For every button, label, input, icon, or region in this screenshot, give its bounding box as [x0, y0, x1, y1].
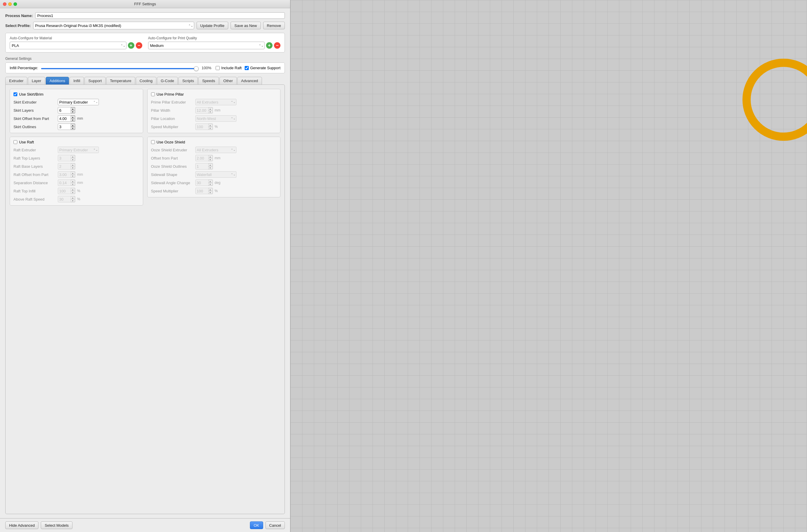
update-profile-button[interactable]: Update Profile — [196, 22, 228, 29]
infill-slider[interactable] — [41, 68, 199, 69]
sidewall-shape-select[interactable]: Waterfall — [195, 171, 237, 178]
generate-support-checkbox-label[interactable]: Generate Support — [245, 66, 280, 70]
tab-advanced[interactable]: Advanced — [237, 77, 262, 84]
raft-top-infill-input[interactable] — [58, 188, 75, 194]
ooze-outlines-up-button[interactable]: ▲ — [208, 163, 212, 166]
skirt-layers-spinner-buttons: ▲ ▼ — [71, 107, 75, 113]
raft-separation-label: Separation Distance — [14, 180, 56, 185]
skirt-layers-up-button[interactable]: ▲ — [71, 107, 75, 110]
use-prime-pillar-checkbox[interactable] — [151, 92, 155, 96]
use-skirt-brim-checkbox[interactable] — [14, 92, 17, 96]
pillar-location-row: Pillar Location North-West ⌃⌄ — [151, 115, 277, 122]
skirt-extruder-select-wrap: Primary Extruder ⌃⌄ — [58, 99, 99, 105]
tab-speeds[interactable]: Speeds — [198, 77, 219, 84]
above-raft-speed-down-button[interactable]: ▼ — [71, 199, 75, 202]
pillar-location-select[interactable]: North-West — [195, 115, 237, 122]
remove-button[interactable]: Remove — [263, 22, 285, 29]
pillar-width-down-button[interactable]: ▼ — [208, 110, 212, 113]
sidewall-angle-input[interactable] — [195, 179, 213, 186]
prime-pillar-speed-up-button[interactable]: ▲ — [208, 124, 212, 127]
prime-pillar-speed-down-button[interactable]: ▼ — [208, 127, 212, 130]
raft-separation-down-button[interactable]: ▼ — [71, 183, 75, 186]
raft-top-infill-label: Raft Top Infill — [14, 189, 56, 193]
ooze-offset-input[interactable] — [195, 155, 213, 161]
ooze-outlines-down-button[interactable]: ▼ — [208, 166, 212, 169]
tab-cooling[interactable]: Cooling — [136, 77, 156, 84]
ooze-speed-up-button[interactable]: ▲ — [208, 188, 212, 191]
raft-separation-input[interactable] — [58, 179, 75, 186]
include-raft-checkbox-label[interactable]: Include Raft — [215, 66, 241, 70]
raft-separation-up-button[interactable]: ▲ — [71, 180, 75, 183]
use-raft-checkbox[interactable] — [14, 140, 17, 144]
skirt-offset-down-button[interactable]: ▼ — [71, 118, 75, 121]
tab-additions[interactable]: Additions — [46, 77, 69, 84]
tab-gcode[interactable]: G-Code — [157, 77, 178, 84]
skirt-offset-up-button[interactable]: ▲ — [71, 116, 75, 118]
process-name-row: Process Name: — [5, 12, 285, 19]
ok-button[interactable]: OK — [250, 521, 263, 529]
tab-temperature[interactable]: Temperature — [106, 77, 135, 84]
minimize-button[interactable] — [8, 2, 12, 6]
skirt-outlines-up-button[interactable]: ▲ — [71, 124, 75, 127]
raft-extruder-select[interactable]: Primary Extruder — [58, 147, 99, 153]
maximize-button[interactable] — [14, 2, 17, 6]
raft-offset-input[interactable] — [58, 171, 75, 178]
ooze-offset-up-button[interactable]: ▲ — [208, 155, 212, 158]
raft-base-layers-up-button[interactable]: ▲ — [71, 163, 75, 166]
ooze-speed-input[interactable] — [195, 188, 213, 194]
raft-top-layers-input[interactable] — [58, 155, 75, 161]
ooze-outlines-input[interactable] — [195, 163, 213, 170]
raft-top-infill-up-button[interactable]: ▲ — [71, 188, 75, 191]
skirt-extruder-select[interactable]: Primary Extruder — [58, 99, 99, 105]
prime-pillar-speed-input[interactable] — [195, 124, 213, 130]
ooze-speed-down-button[interactable]: ▼ — [208, 191, 212, 194]
sidewall-angle-up-button[interactable]: ▲ — [208, 180, 212, 183]
hide-advanced-button[interactable]: Hide Advanced — [5, 521, 38, 529]
skirt-layers-down-button[interactable]: ▼ — [71, 110, 75, 113]
raft-offset-up-button[interactable]: ▲ — [71, 172, 75, 174]
above-raft-speed-input[interactable] — [58, 196, 75, 202]
generate-support-checkbox[interactable] — [245, 66, 249, 70]
material-add-button[interactable]: + — [128, 42, 134, 49]
process-name-input[interactable] — [35, 12, 285, 19]
close-button[interactable] — [3, 2, 6, 6]
pillar-width-input[interactable] — [195, 107, 213, 114]
raft-top-layers-up-button[interactable]: ▲ — [71, 155, 75, 158]
window-title: FFF Settings — [134, 2, 156, 6]
prime-pillar-extruder-row: Prime Pillar Extruder All Extruders ⌃⌄ — [151, 99, 277, 105]
use-ooze-shield-checkbox[interactable] — [151, 140, 155, 144]
tab-support[interactable]: Support — [85, 77, 106, 84]
tab-layer[interactable]: Layer — [28, 77, 45, 84]
profile-select[interactable]: Prusa Research Original Prusa i3 MK3S (m… — [33, 22, 194, 29]
above-raft-speed-up-button[interactable]: ▲ — [71, 196, 75, 199]
sidewall-angle-down-button[interactable]: ▼ — [208, 183, 212, 186]
prime-pillar-extruder-select[interactable]: All Extruders — [195, 99, 237, 105]
skirt-outlines-label: Skirt Outlines — [14, 125, 56, 129]
material-select[interactable]: PLA — [10, 42, 127, 49]
material-remove-button[interactable]: − — [136, 42, 142, 49]
cancel-button[interactable]: Cancel — [265, 521, 285, 529]
save-as-new-button[interactable]: Save as New — [230, 22, 261, 29]
select-models-button[interactable]: Select Models — [41, 521, 73, 529]
ooze-offset-down-button[interactable]: ▼ — [208, 158, 212, 161]
prime-pillar-speed-spinner: ▲ ▼ — [195, 124, 213, 130]
quality-remove-button[interactable]: − — [274, 42, 280, 49]
skirt-outlines-down-button[interactable]: ▼ — [71, 127, 75, 130]
quality-add-button[interactable]: + — [266, 42, 273, 49]
tab-infill[interactable]: Infill — [70, 77, 84, 84]
raft-base-layers-down-button[interactable]: ▼ — [71, 166, 75, 169]
quality-select[interactable]: Medium — [148, 42, 265, 49]
ooze-extruder-label: Ooze Shield Extruder — [151, 148, 194, 152]
raft-header: Use Raft — [14, 140, 139, 144]
tab-extruder[interactable]: Extruder — [5, 77, 27, 84]
raft-base-layers-input[interactable] — [58, 163, 75, 170]
raft-offset-down-button[interactable]: ▼ — [71, 174, 75, 177]
auto-configure-section: Auto-Configure for Material PLA ⌃⌄ + − A — [5, 33, 285, 53]
tab-scripts[interactable]: Scripts — [179, 77, 198, 84]
raft-top-infill-down-button[interactable]: ▼ — [71, 191, 75, 194]
include-raft-checkbox[interactable] — [215, 66, 220, 70]
tab-other[interactable]: Other — [220, 77, 237, 84]
ooze-extruder-select[interactable]: All Extruders — [195, 147, 237, 153]
raft-top-layers-down-button[interactable]: ▼ — [71, 158, 75, 161]
pillar-width-up-button[interactable]: ▲ — [208, 107, 212, 110]
